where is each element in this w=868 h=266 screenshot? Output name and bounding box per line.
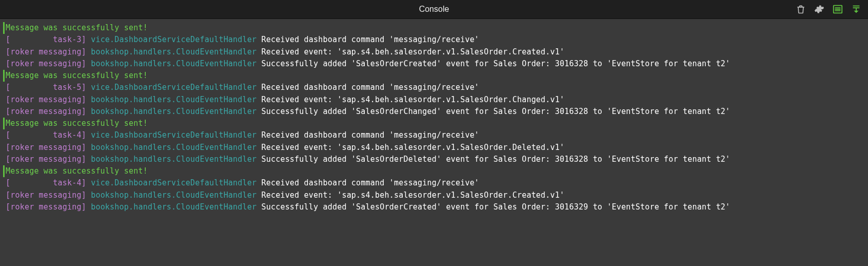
log-line: [roker messaging] bookshop.handlers.Clou… [3,94,865,106]
log-segment: bookshop.handlers.CloudEventHandler [86,59,257,68]
log-line: [roker messaging] bookshop.handlers.Clou… [3,142,865,154]
log-line: [roker messaging] bookshop.handlers.Clou… [3,106,865,118]
log-segment: Message was successfully sent! [6,119,148,128]
log-segment: [ task-5] [6,83,86,92]
log-line: Message was successfully sent! [3,118,865,129]
console-log[interactable]: Message was successfully sent![ task-3] … [0,19,868,213]
log-segment: [roker messaging] [6,143,86,152]
log-segment: vice.DashboardServiceDefaultHandler [86,35,257,44]
log-segment: bookshop.handlers.CloudEventHandler [86,107,257,116]
log-segment: Successfully added 'SalesOrderChanged' e… [257,107,730,116]
log-segment: Successfully added 'SalesOrderCreated' e… [257,202,730,212]
trash-icon[interactable] [795,4,806,15]
console-titlebar: Console [0,0,868,19]
log-segment: Received event: 'sap.s4.beh.salesorder.v… [257,143,564,152]
log-segment: [ task-3] [6,35,86,44]
log-segment: Message was successfully sent! [6,71,148,80]
log-segment: Received event: 'sap.s4.beh.salesorder.v… [257,95,564,104]
log-segment: Received dashboard command 'messaging/re… [257,35,479,44]
log-segment: [roker messaging] [6,155,86,164]
log-segment: [roker messaging] [6,95,86,104]
log-segment: vice.DashboardServiceDefaultHandler [86,130,257,140]
log-segment: [roker messaging] [6,47,86,56]
log-line: Message was successfully sent! [3,165,865,177]
log-line: [ task-4] vice.DashboardServiceDefaultHa… [3,129,865,141]
log-segment: vice.DashboardServiceDefaultHandler [86,178,257,187]
list-icon[interactable] [832,4,843,15]
log-segment: Received event: 'sap.s4.beh.salesorder.v… [257,191,564,200]
log-line: [roker messaging] bookshop.handlers.Clou… [3,58,865,70]
log-line: [ task-4] vice.DashboardServiceDefaultHa… [3,177,865,189]
log-segment: Received dashboard command 'messaging/re… [257,178,479,187]
log-segment: [roker messaging] [6,202,86,212]
titlebar-actions [795,4,868,15]
gear-icon[interactable] [814,4,825,15]
log-line: [roker messaging] bookshop.handlers.Clou… [3,46,865,58]
log-segment: bookshop.handlers.CloudEventHandler [86,95,257,104]
log-segment: Message was successfully sent! [6,166,148,176]
log-segment: bookshop.handlers.CloudEventHandler [86,202,257,212]
console-title: Console [419,5,449,14]
log-line: [ task-5] vice.DashboardServiceDefaultHa… [3,82,865,93]
log-segment: bookshop.handlers.CloudEventHandler [86,155,257,164]
log-segment: bookshop.handlers.CloudEventHandler [86,47,257,56]
log-line: [roker messaging] bookshop.handlers.Clou… [3,154,865,165]
log-segment: Successfully added 'SalesOrderDeleted' e… [257,155,730,164]
log-segment: [ task-4] [6,178,86,187]
log-segment: bookshop.handlers.CloudEventHandler [86,191,257,200]
log-segment: Successfully added 'SalesOrderCreated' e… [257,59,730,68]
log-segment: Message was successfully sent! [6,23,148,32]
scroll-down-icon[interactable] [851,4,862,15]
log-segment: bookshop.handlers.CloudEventHandler [86,143,257,152]
log-segment: [roker messaging] [6,191,86,200]
log-segment: Received dashboard command 'messaging/re… [257,83,479,92]
log-segment: vice.DashboardServiceDefaultHandler [86,83,257,92]
log-line: Message was successfully sent! [3,70,865,82]
log-line: [roker messaging] bookshop.handlers.Clou… [3,201,865,213]
log-line: [roker messaging] bookshop.handlers.Clou… [3,189,865,201]
log-segment: Received event: 'sap.s4.beh.salesorder.v… [257,47,564,56]
log-line: [ task-3] vice.DashboardServiceDefaultHa… [3,34,865,46]
log-line: Message was successfully sent! [3,22,865,34]
log-segment: Received dashboard command 'messaging/re… [257,130,479,140]
log-segment: [roker messaging] [6,59,86,68]
log-segment: [ task-4] [6,130,86,140]
log-segment: [roker messaging] [6,107,86,116]
